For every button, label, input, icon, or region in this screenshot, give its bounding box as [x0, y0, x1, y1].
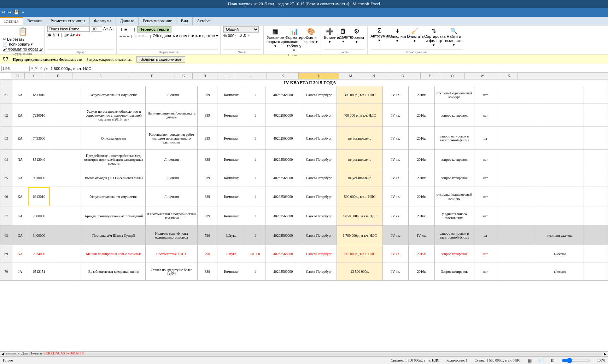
cell-68-I[interactable]: 1	[245, 226, 265, 245]
cell-67-N[interactable]: 2016г.	[409, 206, 434, 226]
clear-btn[interactable]: 🧹 Очистить ▾	[407, 28, 423, 43]
cell-65-F[interactable]: Лицензия	[146, 169, 198, 187]
cell-62-J[interactable]: 40262566000	[265, 104, 301, 127]
enable-content-button[interactable]: Включить содержимое	[136, 56, 185, 63]
cell-65-Q[interactable]	[496, 169, 536, 187]
cell-66-K[interactable]: Санкт-Петербург	[301, 187, 337, 206]
cell-67-G[interactable]: 839	[197, 206, 217, 226]
cell-69-E[interactable]: Мешки полипропиленовые пищевые	[82, 245, 146, 263]
cell-68-B[interactable]: GA	[12, 226, 28, 245]
comma-btn[interactable]: 000	[228, 34, 234, 38]
bold-button[interactable]: Ж	[47, 33, 52, 38]
cell-68-H[interactable]: Штука	[217, 226, 245, 245]
cell-69-P[interactable]: нет	[474, 245, 496, 263]
cell-66-P[interactable]: нет	[474, 187, 496, 206]
tab-formuly[interactable]: Формулы	[90, 17, 116, 25]
cell-66-D[interactable]	[50, 187, 82, 206]
align-right[interactable]: ≡	[127, 33, 130, 39]
cell-66-O[interactable]: открытый однолотовый конкурс	[434, 187, 474, 206]
cell-61-M[interactable]: IV кв.	[383, 86, 409, 104]
tab-recenzirovanie[interactable]: Рецензирование	[139, 17, 176, 25]
cell-67-C[interactable]: 7000000	[28, 206, 50, 226]
cell-70-F[interactable]: Ставка по кредиту не более 14,5%	[146, 263, 198, 281]
cell-70-E[interactable]: Возобновляемая кредитная линия	[82, 263, 146, 281]
cell-69-F[interactable]: Соответствие ГОСТ	[146, 245, 198, 263]
cell-67-K[interactable]: Санкт-Петербург	[301, 206, 337, 226]
cell-63-F[interactable]: Разрешение проведения работ методом пром…	[146, 127, 198, 150]
cell-64-O[interactable]: запрос котировок	[434, 150, 474, 169]
cell-69-W[interactable]: внесено	[536, 245, 584, 263]
conditional-format-btn[interactable]: ▦ Условное форматирование ▾	[267, 28, 284, 48]
cell-64-C[interactable]: 8512040	[28, 150, 50, 169]
cell-62-P[interactable]: нет	[474, 104, 496, 127]
cell-61-P[interactable]: нет	[474, 86, 496, 104]
format-btn[interactable]: ⚙ Формат ▾	[351, 28, 363, 44]
cell-70-K[interactable]: Санкт-Петербург	[301, 263, 337, 281]
cell-64-G[interactable]: 839	[197, 150, 217, 169]
tab-vstavka[interactable]: Вставка	[23, 17, 46, 25]
cell-66-H[interactable]: Комплект	[217, 187, 245, 206]
cell-70-H[interactable]: Комплект	[217, 263, 245, 281]
row-66-num[interactable]: 66	[0, 187, 12, 206]
cell-69-H[interactable]: Штука	[217, 245, 245, 263]
cell-64-X[interactable]	[584, 150, 608, 169]
percent-btn[interactable]: %	[223, 34, 227, 38]
cell-63-X[interactable]	[584, 127, 608, 150]
cell-63-N[interactable]: 2016г.	[409, 127, 434, 150]
cut-button[interactable]: ✂ Вырезать	[3, 37, 24, 42]
page-layout-btn[interactable]: 📄	[539, 358, 544, 363]
merge-center-button[interactable]: Объединить и поместить в центре ▾	[153, 34, 218, 38]
format-table-btn[interactable]: 📊 Форматировать как таблицу ▾	[285, 28, 303, 53]
quick-access-save[interactable]: 💾	[13, 10, 19, 15]
cell-63-E[interactable]: Очистка кровель	[82, 127, 146, 150]
underline-button[interactable]: Ч	[57, 33, 59, 38]
cell-61-N[interactable]: 2016г.	[409, 86, 434, 104]
cell-66-F[interactable]: Лицензия	[146, 187, 198, 206]
cell-70-G[interactable]: 839	[197, 263, 217, 281]
tab-vid[interactable]: Вид	[176, 17, 193, 25]
cell-67-E[interactable]: Аренда производственных помещений	[82, 206, 146, 226]
cell-65-L[interactable]: не установлено	[337, 169, 383, 187]
cell-67-J[interactable]: 40262566000	[265, 206, 301, 226]
cell-62-Q[interactable]	[496, 104, 536, 127]
cell-66-E[interactable]: Услуги страхования имущества	[82, 187, 146, 206]
cell-69-K[interactable]: Санкт-Петербург	[301, 245, 337, 263]
cell-69-L[interactable]: 710 000р., в т.ч. НДС	[337, 245, 383, 263]
tab-dannye[interactable]: Данные	[116, 17, 139, 25]
cell-66-L[interactable]: 500 000р., в т.ч. НДС	[337, 187, 383, 206]
cell-62-H[interactable]: Комплект	[217, 104, 245, 127]
autosum-btn[interactable]: Σ Автосумма ▾	[370, 28, 388, 43]
cell-66-M[interactable]: IV кв.	[383, 187, 409, 206]
cell-67-M[interactable]: IV кв.	[383, 206, 409, 226]
cell-62-I[interactable]: 1	[245, 104, 265, 127]
cell-63-M[interactable]: IV кв.	[383, 127, 409, 150]
border-button[interactable]: ⊞▾	[64, 33, 69, 37]
cell-61-C[interactable]: 6613010	[28, 86, 50, 104]
row-63-num[interactable]: 63	[0, 127, 12, 150]
align-middle[interactable]: ≡	[124, 27, 127, 32]
cell-66-N[interactable]: 2016г.	[409, 187, 434, 206]
cell-62-K[interactable]: Санкт-Петербург	[301, 104, 337, 127]
row-68-num[interactable]: 68	[0, 226, 12, 245]
cell-67-X[interactable]	[584, 206, 608, 226]
cell-65-C[interactable]: 9010000	[28, 169, 50, 187]
cell-69-I[interactable]: 50 000	[245, 245, 265, 263]
cell-63-L[interactable]: не установлено	[337, 127, 383, 150]
cell-68-P[interactable]: да	[474, 226, 496, 245]
cell-64-Q[interactable]	[496, 150, 536, 169]
fill-btn[interactable]: ⬇ Заполнить ▾	[390, 28, 405, 43]
cell-69-Q[interactable]	[496, 245, 536, 263]
cell-61-J[interactable]: 40262566000	[265, 86, 301, 104]
cell-61-D[interactable]	[50, 86, 82, 104]
cell-63-W[interactable]	[536, 127, 584, 150]
cell-68-K[interactable]: Санкт-Петербург	[301, 226, 337, 245]
align-left[interactable]: ≡	[119, 33, 122, 39]
cell-68-M[interactable]: IV кв.	[383, 226, 409, 245]
cell-70-O[interactable]: Запрос котировок	[434, 263, 474, 281]
cell-64-E[interactable]: Предрейсовые и послерейсовые мед. осмотр…	[82, 150, 146, 169]
cell-65-P[interactable]: нет	[474, 169, 496, 187]
cell-61-L[interactable]: 300 000р., в т.ч. НДС	[337, 86, 383, 104]
cell-68-Q[interactable]	[496, 226, 536, 245]
font-decrease[interactable]: A↓	[109, 27, 114, 31]
cell-61-F[interactable]: Лицензия	[146, 86, 198, 104]
